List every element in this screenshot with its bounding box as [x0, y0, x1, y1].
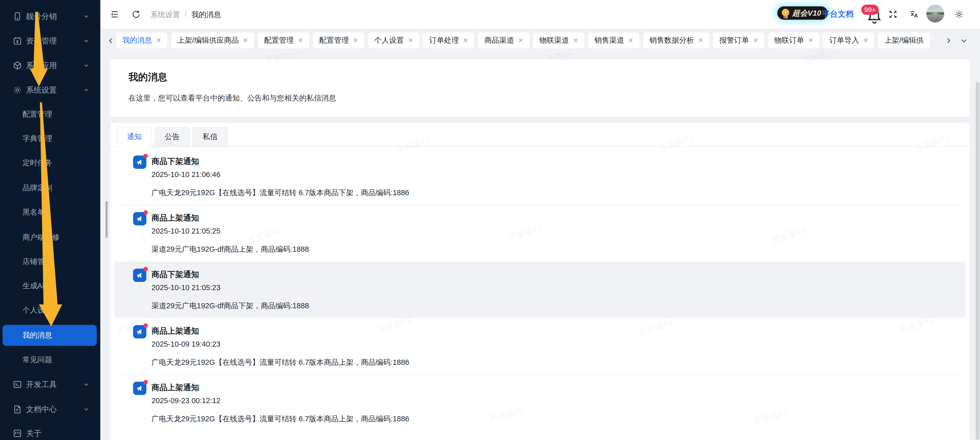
close-icon[interactable]: ✕	[808, 37, 813, 44]
messages-card: 通知 公告 私信 商品下架通知 2025-10-10 21:06:46 广电天龙…	[110, 123, 970, 440]
sidebar-item-config-management[interactable]: 配置管理	[0, 102, 100, 127]
notification-row[interactable]: 商品上架通知 2025-10-10 21:05:25 渠道29元广电192G-d…	[110, 205, 970, 261]
tab-iot-channel[interactable]: 物联渠道✕	[533, 32, 584, 48]
sidebar-item-faq[interactable]: 常见问题	[0, 348, 100, 372]
megaphone-icon	[133, 212, 146, 226]
sidebar-item-generate-app[interactable]: 生成APP	[0, 274, 100, 298]
close-icon[interactable]: ✕	[408, 37, 413, 44]
sidebar-item-about[interactable]: 关于	[0, 421, 100, 440]
tab-notifications[interactable]: 通知	[117, 127, 152, 146]
sidebar-scrollbar-thumb[interactable]	[105, 201, 108, 238]
sidebar-item-system-apps[interactable]: 系统应用	[0, 53, 100, 78]
close-icon[interactable]: ✕	[628, 37, 633, 44]
megaphone-icon	[133, 268, 146, 282]
platform-docs-link[interactable]: 平台文档	[822, 9, 854, 19]
sidebar-item-number-distribution[interactable]: 靓号分销	[0, 4, 100, 29]
calendar-yen-icon	[13, 37, 22, 46]
notification-row[interactable]: 商品上架通知 2025-09-23 00:12:12 广电天龙29元192G【在…	[110, 375, 970, 431]
close-icon[interactable]: ✕	[573, 37, 578, 44]
notification-time: 2025-10-10 21:05:25	[151, 227, 220, 235]
notification-row[interactable]: 商品上架通知 2025-10-09 19:40:23 广电天龙29元192G【在…	[110, 318, 970, 375]
notification-title: 商品上架通知	[151, 326, 199, 337]
tab-sales-channel[interactable]: 销售渠道✕	[588, 32, 640, 48]
close-icon[interactable]: ✕	[298, 37, 303, 44]
tabs-scroll-left-icon[interactable]	[107, 37, 115, 44]
notification-row[interactable]: 商品下架通知 2025-10-10 21:06:46 广电天龙29元192G【在…	[110, 148, 970, 205]
sidebar-item-my-messages[interactable]: 我的消息	[3, 325, 97, 346]
main-content: 我的消息 在这里，您可以查看平台中的通知、公告和与您相关的私信消息 通知 公告 …	[100, 53, 980, 440]
header: 系统设置 / 我的消息 超会V10 平台文档 99+	[100, 0, 980, 29]
settings-gear-icon[interactable]	[955, 10, 964, 19]
sidebar-item-shop-management[interactable]: 店铺管理	[0, 249, 100, 274]
tab-edit-supply-goods[interactable]: 上架/编辑供应商品✕	[171, 32, 254, 48]
user-avatar[interactable]	[926, 5, 944, 22]
document-icon	[13, 405, 22, 414]
tabs-scroll-right-icon[interactable]	[945, 37, 952, 44]
sidebar-item-merchant-decoration[interactable]: 商户端装修	[0, 225, 100, 250]
refresh-icon[interactable]	[132, 10, 141, 19]
notification-body: 广电天龙29元192G【在线选号】流量可结转 6.7版本商品上架，商品编码:18…	[151, 414, 409, 424]
tab-iot-orders[interactable]: 物联订单✕	[768, 32, 819, 48]
notification-time: 2025-10-10 21:06:46	[151, 170, 220, 179]
notification-bell[interactable]: 99+	[865, 8, 883, 25]
chevron-down-icon	[83, 406, 89, 413]
main-scrollbar-thumb[interactable]	[976, 82, 980, 440]
close-icon[interactable]: ✕	[518, 37, 523, 44]
tab-order-import[interactable]: 订单导入✕	[823, 32, 874, 48]
cube-icon	[13, 61, 22, 70]
tab-config-management-2[interactable]: 配置管理✕	[313, 32, 364, 48]
sidebar-item-blacklist[interactable]: 黑名单	[0, 200, 100, 225]
sidebar-item-label: 开发工具	[26, 380, 57, 390]
sidebar-item-brand-customization[interactable]: 品牌定制	[0, 176, 100, 200]
unread-dot	[143, 267, 148, 272]
sidebar-item-dev-tools[interactable]: 开发工具	[0, 372, 100, 397]
sidebar-item-label: 关于	[26, 428, 41, 439]
sidebar-item-label: 文档中心	[26, 404, 57, 415]
notification-title: 商品下架通知	[151, 269, 199, 280]
tabs-underline	[110, 146, 970, 147]
tab-product-channel[interactable]: 商品渠道✕	[478, 32, 530, 48]
notification-title: 商品下架通知	[151, 156, 199, 167]
close-icon[interactable]: ✕	[353, 37, 358, 44]
tabs-dropdown-icon[interactable]	[960, 37, 968, 44]
close-icon[interactable]: ✕	[863, 37, 868, 44]
sidebar-item-system-settings[interactable]: 系统设置	[0, 78, 100, 102]
notification-title: 商品上架通知	[151, 213, 199, 223]
vip-badge[interactable]: 超会V10	[776, 6, 829, 21]
tab-alarm-orders[interactable]: 报警订单✕	[713, 32, 764, 48]
megaphone-icon	[133, 325, 146, 338]
close-icon[interactable]: ✕	[753, 37, 758, 44]
close-icon[interactable]: ✕	[156, 37, 161, 44]
close-icon[interactable]: ✕	[698, 37, 703, 44]
notification-row-highlighted[interactable]: 商品下架通知 2025-10-10 21:05:23 渠道29元广电192G-d…	[114, 261, 966, 318]
fullscreen-icon[interactable]	[888, 10, 897, 19]
tab-announcements[interactable]: 公告	[154, 127, 190, 146]
tab-sales-analytics[interactable]: 销售数据分析✕	[643, 32, 709, 48]
sidebar-item-label: 资金管理	[26, 36, 57, 46]
sidebar-item-dict-management[interactable]: 字典管理	[0, 126, 100, 151]
chevron-down-icon	[83, 38, 89, 44]
translate-icon[interactable]	[909, 10, 919, 19]
sidebar-item-personal-settings[interactable]: 个人设置	[0, 298, 100, 322]
tab-my-messages[interactable]: 我的消息✕	[116, 32, 167, 48]
tab-personal-settings[interactable]: 个人设置✕	[368, 32, 419, 48]
tab-config-management[interactable]: 配置管理✕	[258, 32, 309, 48]
collapse-sidebar-icon[interactable]	[110, 10, 119, 19]
tab-private-messages[interactable]: 私信	[192, 127, 228, 146]
close-icon[interactable]: ✕	[463, 37, 468, 44]
sidebar-item-doc-center[interactable]: 文档中心	[0, 397, 100, 422]
breadcrumb-parent[interactable]: 系统设置	[150, 10, 180, 20]
tab-edit-supply-truncated[interactable]: 上架/编辑供	[878, 32, 930, 48]
medal-icon	[780, 8, 791, 19]
sidebar-item-scheduled-tasks[interactable]: 定时任务	[0, 151, 100, 175]
notification-title: 商品上架通知	[151, 382, 199, 393]
close-icon[interactable]: ✕	[243, 37, 248, 44]
notification-time: 2025-09-23 00:12:12	[151, 397, 220, 405]
breadcrumb-current: 我的消息	[191, 10, 221, 20]
sidebar-item-funds[interactable]: 资金管理	[0, 29, 100, 53]
notification-body: 广电天龙29元192G【在线选号】流量可结转 6.7版本商品下架，商品编码:18…	[151, 188, 409, 198]
message-type-tabs: 通知 公告 私信	[117, 127, 228, 146]
about-icon	[13, 429, 22, 438]
tab-order-processing[interactable]: 订单处理✕	[423, 32, 474, 48]
phone-icon	[13, 12, 22, 21]
